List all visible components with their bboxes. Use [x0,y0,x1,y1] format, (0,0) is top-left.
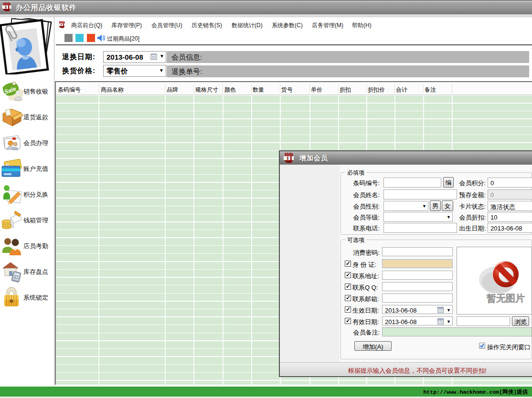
svg-text:¥: ¥ [5,5,7,10]
svg-text:¥: ¥ [287,156,289,161]
svg-text:暂无图片: 暂无图片 [486,293,525,304]
